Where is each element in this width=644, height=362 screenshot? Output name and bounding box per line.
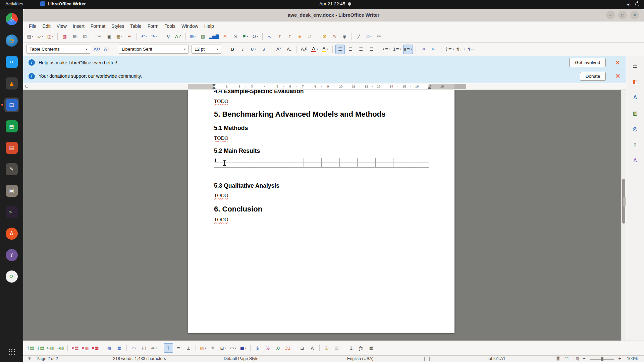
menu-item[interactable]: Insert [70,22,88,30]
horizontal-ruler[interactable]: 123456789101112131415161718 [188,84,466,89]
insert-table-button[interactable]: ⊞ [188,32,198,41]
protect-cells-button[interactable]: ⚿ [322,343,331,353]
close-button[interactable]: ✕ [630,11,639,19]
vlc-icon[interactable]: ▲ [4,76,19,91]
table-cell[interactable] [232,158,250,163]
table-cell[interactable] [339,158,357,163]
table-cell[interactable] [286,163,304,168]
chevron-down-icon[interactable]: ▾ [83,47,90,51]
multi-page-view-button[interactable]: ▯▯ [564,356,569,361]
zoom-level[interactable]: 100% [627,356,638,361]
menu-item[interactable]: Format [88,22,108,30]
document-modified-icon[interactable]: ✱ [28,356,31,361]
book-view-button[interactable]: ▯| [575,356,580,361]
table-cell[interactable] [375,158,393,163]
menu-item[interactable]: Styles [108,22,127,30]
autoformat-button[interactable]: ⊡ [298,343,307,353]
optimize-size-button[interactable]: ⇔ [149,343,159,353]
paragraph-style-select[interactable]: Table Contents ▾ [26,45,90,54]
table-cell[interactable] [393,163,411,168]
insert-row-below-button[interactable]: ↓▤ [36,343,45,353]
align-left-button[interactable]: ☰ [335,45,345,54]
decrease-indent-button[interactable]: ⇤ [429,45,438,54]
table-cell[interactable] [232,163,250,168]
outline-list-button[interactable]: a≡ [403,45,413,54]
show-track-changes-button[interactable]: ◉ [340,32,349,41]
align-bottom-button[interactable]: ⊥ [184,343,193,353]
properties-icon[interactable]: ◧ [630,76,641,87]
table-cell[interactable] [393,158,411,163]
new-paragraph-style-button[interactable]: A+ [103,45,112,54]
tab-stop-type-selector[interactable] [25,85,28,87]
ordered-list-button[interactable]: 1≡ [392,45,402,54]
focused-app-indicator[interactable]: LibreOffice Writer [40,1,86,6]
insert-image-button[interactable]: ▨ [198,32,208,41]
styles-icon[interactable]: A [630,92,641,103]
highlight-color-button[interactable]: A [320,45,330,54]
increase-indent-button[interactable]: ⇥ [419,45,428,54]
insert-caption-button[interactable]: A [308,343,317,353]
paragraph[interactable]: TODO [214,192,228,198]
spelling-button[interactable]: A✓ [174,32,183,41]
superscript-button[interactable]: A² [274,45,283,54]
vscode-icon[interactable]: ‹› [4,55,19,69]
split-cells-button[interactable]: ◫ [139,343,149,353]
table-cell[interactable] [250,163,268,168]
border-pen-button[interactable]: ✎ [208,343,218,353]
strikethrough-button[interactable]: S [259,45,268,54]
update-paragraph-style-button[interactable]: A↻ [92,45,102,54]
align-justify-button[interactable]: ☰ [367,45,376,54]
zoom-in-button[interactable]: + [618,356,621,361]
paste-button[interactable]: ▦ [115,32,124,41]
insert-text-box-button[interactable]: A [220,32,230,41]
help-icon[interactable]: ? [4,248,19,262]
decrease-paragraph-spacing-button[interactable]: ¶− [467,45,476,54]
print-button[interactable]: ⊟ [70,32,79,41]
select-table-button[interactable]: ▦ [115,343,124,353]
sidebar-hide-grip[interactable] [623,197,626,207]
terminal-icon[interactable]: >_ [4,205,19,220]
impress-icon[interactable]: ▤ [4,140,19,155]
maximize-button[interactable]: ▢ [618,11,627,19]
paragraph[interactable]: TODO [214,217,228,223]
paragraph[interactable]: 5.2 Main Results [214,147,260,155]
menu-item[interactable]: Window [178,22,201,30]
copy-button[interactable]: ▣ [105,32,114,41]
table-cell[interactable] [411,158,429,163]
insert-endnote-button[interactable]: ‡ [285,32,294,41]
basic-shapes-button[interactable]: ◇ [364,32,374,41]
font-name-select[interactable]: Liberation Serif ▾ [119,45,189,54]
insert-comment-button[interactable]: ✉ [320,32,329,41]
italic-button[interactable]: I [238,45,248,54]
title-bar[interactable]: awe_desk_env.docx - LibreOffice Writer ─… [23,9,644,21]
number-format-currency-button[interactable]: $ [253,343,262,353]
writer-icon[interactable]: ▤ [4,98,19,112]
redo-button[interactable]: ↷ [149,32,159,41]
menu-item[interactable]: View [54,22,70,30]
underline-button[interactable]: U [249,45,258,54]
table-cell[interactable] [339,163,357,168]
insert-chart-button[interactable]: ▂▅▇ [208,32,220,41]
show-applications-button[interactable] [4,344,19,359]
table-cell[interactable] [286,158,304,163]
table-cell[interactable] [375,163,393,168]
insert-field-button[interactable]: ⚑ [240,32,250,41]
line-spacing-button[interactable]: ⇕≡ [444,45,455,54]
unprotect-cells-button[interactable]: ⚿ [332,343,341,353]
sum-button[interactable]: Σ [346,343,356,353]
right-indent-marker[interactable] [428,86,431,89]
insert-hyperlink-button[interactable]: ∞ [265,32,274,41]
table-cell[interactable] [358,158,375,163]
undo-button[interactable]: ↶ [139,32,149,41]
vertical-scrollbar[interactable] [621,90,626,341]
document-page[interactable]: 4.4 Example-Specific EvaluationTODO5. Be… [188,90,454,333]
navigator-icon[interactable]: ◎ [630,123,641,134]
language-status[interactable]: English (USA) [347,356,374,361]
clone-formatting-button[interactable]: ✒ [125,32,134,41]
menu-item[interactable]: Edit [40,22,54,30]
style-inspector-icon[interactable]: A [630,155,641,166]
page-style-status[interactable]: Default Page Style [224,356,259,361]
table-cell[interactable] [250,158,268,163]
single-page-view-button[interactable]: ▯ [556,356,560,361]
subscript-button[interactable]: A₂ [284,45,294,54]
